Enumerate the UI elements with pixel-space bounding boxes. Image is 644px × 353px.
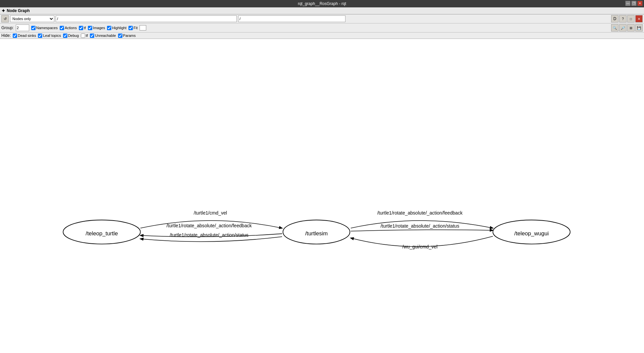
right-btn-4[interactable]: ✕ xyxy=(635,15,643,22)
leaf-topics-checkbox[interactable] xyxy=(38,34,42,38)
restore-button[interactable]: ❐ xyxy=(631,1,637,6)
hide-label: Hide: xyxy=(1,33,11,38)
edge-label-feedback-left: /turtle1/rotate_absolute/_action/feedbac… xyxy=(166,223,252,228)
namespaces-checkbox[interactable] xyxy=(31,26,36,30)
edge-label-status-right: /turtle1/rotate_absolute/_action/status xyxy=(380,223,459,229)
right-btn-2[interactable]: ? xyxy=(619,15,627,22)
window-controls[interactable]: — ❐ ✕ xyxy=(625,1,643,6)
images-label: Images xyxy=(93,26,105,30)
highlight-checkbox-label[interactable]: Highlight xyxy=(107,26,126,30)
zoom-in-button[interactable]: 🔍 xyxy=(611,24,619,32)
hide-tf-text: tf xyxy=(86,34,88,38)
tf-label: tf xyxy=(84,26,86,30)
hide-toolbar: Hide: Dead sinks Leaf topics Debug tf Un… xyxy=(0,33,644,39)
debug-label[interactable]: Debug xyxy=(63,34,79,38)
dead-sinks-label[interactable]: Dead sinks xyxy=(13,34,36,38)
title-bar: rqt_graph__RosGraph - rqt — ❐ ✕ xyxy=(0,0,644,7)
right-buttons: D ? □ ✕ xyxy=(611,15,643,22)
edge-label-wugui-cmd: /wu_gui/cmd_vel xyxy=(402,244,437,249)
hide-tf-checkbox[interactable] xyxy=(81,34,85,38)
fit-checkbox-label[interactable]: Fit xyxy=(128,26,138,30)
params-label[interactable]: Params xyxy=(118,34,136,38)
debug-checkbox[interactable] xyxy=(63,34,67,38)
right-btn-3[interactable]: □ xyxy=(627,15,635,22)
node-label-turtlesim: /turtlesim xyxy=(305,230,328,237)
fit-label: Fit xyxy=(133,26,138,30)
app-title: Node Graph xyxy=(7,8,30,13)
filter2-input[interactable] xyxy=(238,15,345,22)
fit-button[interactable]: ⊞ xyxy=(627,24,635,32)
params-text: Params xyxy=(123,34,136,38)
dead-sinks-checkbox[interactable] xyxy=(13,34,17,38)
dead-sinks-text: Dead sinks xyxy=(18,34,36,38)
refresh-icon: ↺ xyxy=(4,17,7,21)
minimize-button[interactable]: — xyxy=(625,1,631,6)
tf-checkbox[interactable] xyxy=(79,26,83,30)
color-swatch[interactable] xyxy=(140,25,146,31)
group-input[interactable] xyxy=(16,24,29,31)
fit-checkbox[interactable] xyxy=(128,26,133,30)
unreachable-text: Unreachable xyxy=(95,34,116,38)
node-teleop-turtle[interactable]: /teleop_turtle xyxy=(63,220,140,244)
graph-tool-buttons: 🔍 🔎 ⊞ 💾 xyxy=(611,24,643,32)
refresh-button[interactable]: ↺ xyxy=(1,15,9,22)
highlight-checkbox[interactable] xyxy=(107,26,111,30)
right-btn-1[interactable]: D xyxy=(611,15,619,22)
close-button[interactable]: ✕ xyxy=(637,1,643,6)
edge-label-status-left: /turtle1/rotate_absolute/_action/status xyxy=(170,232,249,238)
view-mode-dropdown[interactable]: Nodes only Nodes/Topics (active) Nodes/T… xyxy=(10,15,54,22)
edge-label-feedback-right: /turtle1/rotate_absolute/_action/feedbac… xyxy=(377,210,463,216)
edge-status-left: /turtle1/rotate_absolute/_action/status xyxy=(141,232,282,242)
unreachable-label[interactable]: Unreachable xyxy=(90,34,116,38)
graph-area[interactable]: /turtle1/cmd_vel /turtle1/rotate_absolut… xyxy=(0,39,644,353)
app-icon: ✦ xyxy=(1,8,5,13)
node-label-teleop-turtle: /teleop_turtle xyxy=(86,230,118,237)
hide-tf-label[interactable]: tf xyxy=(81,34,88,38)
filter1-input[interactable] xyxy=(56,15,237,22)
toolbar-row2: Group: Namespaces Actions tf Images High… xyxy=(0,23,644,33)
namespaces-label: Namespaces xyxy=(36,26,58,30)
highlight-label: Highlight xyxy=(112,26,126,30)
unreachable-checkbox[interactable] xyxy=(90,34,94,38)
images-checkbox[interactable] xyxy=(88,26,92,30)
graph-svg: /turtle1/cmd_vel /turtle1/rotate_absolut… xyxy=(0,39,644,353)
actions-label: Actions xyxy=(65,26,77,30)
app-window: ✦ Node Graph ↺ Nodes only Nodes/Topics (… xyxy=(0,7,644,353)
images-checkbox-label[interactable]: Images xyxy=(88,26,105,30)
edge-label-cmd-vel: /turtle1/cmd_vel xyxy=(194,210,227,216)
params-checkbox[interactable] xyxy=(118,34,122,38)
debug-text: Debug xyxy=(68,34,79,38)
leaf-topics-text: Leaf topics xyxy=(43,34,61,38)
leaf-topics-label[interactable]: Leaf topics xyxy=(38,34,61,38)
export-button[interactable]: 💾 xyxy=(635,24,643,32)
node-teleop-wugui[interactable]: /teleop_wugui xyxy=(493,220,570,244)
zoom-out-button[interactable]: 🔎 xyxy=(619,24,627,32)
actions-checkbox[interactable] xyxy=(60,26,64,30)
group-label: Group: xyxy=(1,25,14,30)
tf-checkbox-label[interactable]: tf xyxy=(79,26,86,30)
node-label-teleop-wugui: /teleop_wugui xyxy=(514,230,549,237)
node-turtlesim[interactable]: /turtlesim xyxy=(283,220,350,244)
window-title: rqt_graph__RosGraph - rqt xyxy=(298,1,346,6)
edge-wugui-cmd: /wu_gui/cmd_vel xyxy=(351,236,493,249)
window-titlebar: ✦ Node Graph xyxy=(0,7,644,14)
actions-checkbox-label[interactable]: Actions xyxy=(60,26,77,30)
namespaces-checkbox-label[interactable]: Namespaces xyxy=(31,26,58,30)
toolbar-row1: ↺ Nodes only Nodes/Topics (active) Nodes… xyxy=(0,14,644,23)
